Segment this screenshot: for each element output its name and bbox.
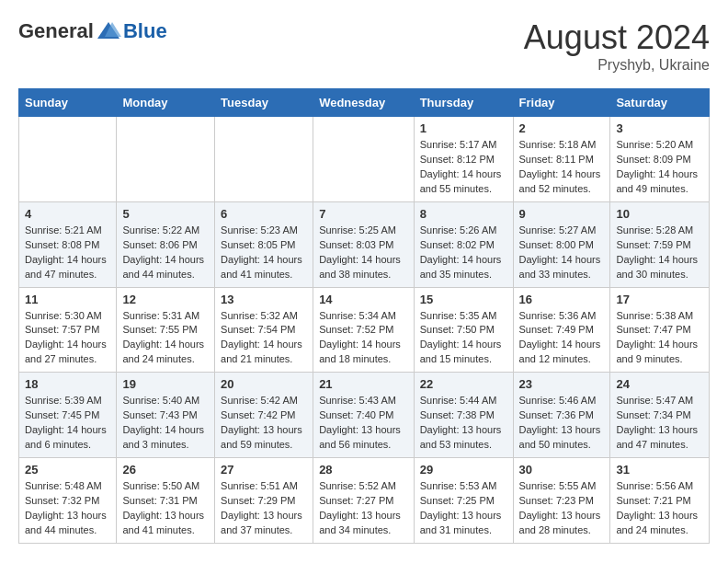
day-number: 25 [25, 463, 110, 477]
day-info: Sunrise: 5:36 AM Sunset: 7:49 PM Dayligh… [519, 309, 605, 368]
day-number: 16 [519, 293, 605, 306]
calendar-cell: 14Sunrise: 5:34 AM Sunset: 7:52 PM Dayli… [313, 287, 415, 373]
calendar-cell: 15Sunrise: 5:35 AM Sunset: 7:50 PM Dayli… [414, 287, 513, 373]
week-row: 1Sunrise: 5:17 AM Sunset: 8:12 PM Daylig… [19, 117, 710, 202]
calendar-cell: 9Sunrise: 5:27 AM Sunset: 8:00 PM Daylig… [513, 201, 610, 287]
calendar-cell: 5Sunrise: 5:22 AM Sunset: 8:06 PM Daylig… [117, 201, 215, 287]
day-info: Sunrise: 5:26 AM Sunset: 8:02 PM Dayligh… [420, 224, 507, 282]
day-info: Sunrise: 5:17 AM Sunset: 8:12 PM Dayligh… [420, 138, 507, 197]
day-info: Sunrise: 5:53 AM Sunset: 7:25 PM Dayligh… [420, 479, 507, 538]
day-info: Sunrise: 5:34 AM Sunset: 7:52 PM Dayligh… [319, 309, 408, 368]
day-info: Sunrise: 5:46 AM Sunset: 7:36 PM Dayligh… [519, 394, 605, 453]
day-info: Sunrise: 5:50 AM Sunset: 7:31 PM Dayligh… [122, 479, 209, 538]
day-info: Sunrise: 5:43 AM Sunset: 7:40 PM Dayligh… [319, 394, 408, 453]
calendar-cell: 24Sunrise: 5:47 AM Sunset: 7:34 PM Dayli… [610, 373, 710, 458]
calendar-cell: 17Sunrise: 5:38 AM Sunset: 7:47 PM Dayli… [610, 287, 710, 373]
month-year: August 2024 [524, 18, 710, 57]
calendar-cell: 31Sunrise: 5:56 AM Sunset: 7:21 PM Dayli… [610, 458, 710, 544]
day-number: 17 [616, 293, 703, 306]
calendar-table: SundayMondayTuesdayWednesdayThursdayFrid… [18, 88, 710, 544]
calendar-cell: 13Sunrise: 5:32 AM Sunset: 7:54 PM Dayli… [215, 287, 313, 373]
calendar-cell [215, 117, 313, 202]
day-number: 9 [519, 207, 605, 221]
logo: General Blue [18, 18, 167, 44]
day-number: 15 [420, 293, 507, 306]
calendar-cell [117, 117, 215, 202]
day-info: Sunrise: 5:51 AM Sunset: 7:29 PM Dayligh… [221, 479, 307, 538]
day-number: 31 [616, 463, 703, 477]
day-number: 20 [221, 377, 307, 391]
day-info: Sunrise: 5:55 AM Sunset: 7:23 PM Dayligh… [519, 479, 605, 538]
column-header-friday: Friday [513, 89, 610, 117]
day-number: 14 [319, 293, 408, 306]
day-info: Sunrise: 5:18 AM Sunset: 8:11 PM Dayligh… [519, 138, 605, 197]
calendar-cell: 30Sunrise: 5:55 AM Sunset: 7:23 PM Dayli… [513, 458, 610, 544]
calendar-cell: 11Sunrise: 5:30 AM Sunset: 7:57 PM Dayli… [19, 287, 117, 373]
day-info: Sunrise: 5:48 AM Sunset: 7:32 PM Dayligh… [25, 479, 110, 538]
calendar-cell: 27Sunrise: 5:51 AM Sunset: 7:29 PM Dayli… [215, 458, 313, 544]
day-number: 4 [25, 207, 110, 221]
calendar-cell: 22Sunrise: 5:44 AM Sunset: 7:38 PM Dayli… [414, 373, 513, 458]
day-info: Sunrise: 5:23 AM Sunset: 8:05 PM Dayligh… [221, 224, 307, 282]
calendar-cell: 3Sunrise: 5:20 AM Sunset: 8:09 PM Daylig… [610, 117, 710, 202]
day-info: Sunrise: 5:22 AM Sunset: 8:06 PM Dayligh… [122, 224, 209, 282]
day-number: 6 [221, 207, 307, 221]
day-info: Sunrise: 5:32 AM Sunset: 7:54 PM Dayligh… [221, 309, 307, 368]
day-number: 30 [519, 463, 605, 477]
day-info: Sunrise: 5:42 AM Sunset: 7:42 PM Dayligh… [221, 394, 307, 453]
calendar-cell: 16Sunrise: 5:36 AM Sunset: 7:49 PM Dayli… [513, 287, 610, 373]
calendar-cell: 26Sunrise: 5:50 AM Sunset: 7:31 PM Dayli… [117, 458, 215, 544]
day-number: 3 [616, 121, 703, 135]
column-header-sunday: Sunday [19, 89, 117, 117]
day-number: 13 [221, 293, 307, 306]
day-info: Sunrise: 5:52 AM Sunset: 7:27 PM Dayligh… [319, 479, 408, 538]
calendar-cell: 2Sunrise: 5:18 AM Sunset: 8:11 PM Daylig… [513, 117, 610, 202]
day-info: Sunrise: 5:47 AM Sunset: 7:34 PM Dayligh… [616, 394, 703, 453]
day-number: 7 [319, 207, 408, 221]
day-info: Sunrise: 5:30 AM Sunset: 7:57 PM Dayligh… [25, 309, 110, 368]
day-info: Sunrise: 5:35 AM Sunset: 7:50 PM Dayligh… [420, 309, 507, 368]
header-row: SundayMondayTuesdayWednesdayThursdayFrid… [19, 89, 710, 117]
column-header-wednesday: Wednesday [313, 89, 415, 117]
day-info: Sunrise: 5:21 AM Sunset: 8:08 PM Dayligh… [25, 224, 110, 282]
calendar-cell: 8Sunrise: 5:26 AM Sunset: 8:02 PM Daylig… [414, 201, 513, 287]
calendar-cell: 1Sunrise: 5:17 AM Sunset: 8:12 PM Daylig… [414, 117, 513, 202]
day-info: Sunrise: 5:25 AM Sunset: 8:03 PM Dayligh… [319, 224, 408, 282]
day-number: 29 [420, 463, 507, 477]
column-header-monday: Monday [117, 89, 215, 117]
day-number: 24 [616, 377, 703, 391]
day-number: 1 [420, 121, 507, 135]
calendar-cell: 25Sunrise: 5:48 AM Sunset: 7:32 PM Dayli… [19, 458, 117, 544]
calendar-cell [313, 117, 415, 202]
column-header-thursday: Thursday [414, 89, 513, 117]
week-row: 25Sunrise: 5:48 AM Sunset: 7:32 PM Dayli… [19, 458, 710, 544]
calendar-cell: 20Sunrise: 5:42 AM Sunset: 7:42 PM Dayli… [215, 373, 313, 458]
column-header-saturday: Saturday [610, 89, 710, 117]
calendar-cell: 29Sunrise: 5:53 AM Sunset: 7:25 PM Dayli… [414, 458, 513, 544]
calendar-cell: 23Sunrise: 5:46 AM Sunset: 7:36 PM Dayli… [513, 373, 610, 458]
title-section: August 2024 Pryshyb, Ukraine [524, 18, 710, 74]
calendar-cell: 18Sunrise: 5:39 AM Sunset: 7:45 PM Dayli… [19, 373, 117, 458]
calendar-cell: 4Sunrise: 5:21 AM Sunset: 8:08 PM Daylig… [19, 201, 117, 287]
day-info: Sunrise: 5:20 AM Sunset: 8:09 PM Dayligh… [616, 138, 703, 197]
day-info: Sunrise: 5:39 AM Sunset: 7:45 PM Dayligh… [25, 394, 110, 453]
page-header: General Blue August 2024 Pryshyb, Ukrain… [18, 18, 710, 74]
calendar-cell: 19Sunrise: 5:40 AM Sunset: 7:43 PM Dayli… [117, 373, 215, 458]
day-info: Sunrise: 5:31 AM Sunset: 7:55 PM Dayligh… [122, 309, 209, 368]
day-number: 10 [616, 207, 703, 221]
day-number: 23 [519, 377, 605, 391]
day-info: Sunrise: 5:38 AM Sunset: 7:47 PM Dayligh… [616, 309, 703, 368]
calendar-cell [19, 117, 117, 202]
week-row: 11Sunrise: 5:30 AM Sunset: 7:57 PM Dayli… [19, 287, 710, 373]
day-info: Sunrise: 5:27 AM Sunset: 8:00 PM Dayligh… [519, 224, 605, 282]
day-number: 18 [25, 377, 110, 391]
day-number: 2 [519, 121, 605, 135]
day-number: 28 [319, 463, 408, 477]
day-number: 19 [122, 377, 209, 391]
column-header-tuesday: Tuesday [215, 89, 313, 117]
day-number: 5 [122, 207, 209, 221]
day-info: Sunrise: 5:40 AM Sunset: 7:43 PM Dayligh… [122, 394, 209, 453]
location: Pryshyb, Ukraine [524, 57, 710, 74]
calendar-cell: 12Sunrise: 5:31 AM Sunset: 7:55 PM Dayli… [117, 287, 215, 373]
day-info: Sunrise: 5:44 AM Sunset: 7:38 PM Dayligh… [420, 394, 507, 453]
